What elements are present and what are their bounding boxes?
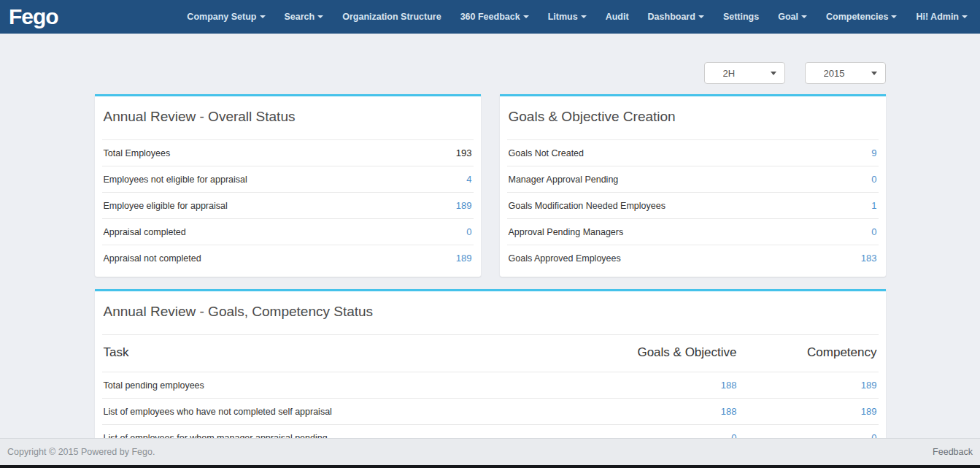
stat-row: Goals Modification Needed Employees 1	[507, 192, 879, 218]
period-select[interactable]: 2H	[704, 62, 785, 84]
chevron-down-icon	[891, 15, 897, 18]
competency-value[interactable]: 189	[737, 406, 877, 417]
table-row: Total pending employees 188 189	[102, 372, 879, 398]
nav-item-label: Competencies	[826, 12, 888, 22]
stat-label: Approval Pending Managers	[509, 227, 624, 237]
nav-item[interactable]: Organization Structure	[333, 0, 450, 34]
goals-objective-value[interactable]: 188	[591, 406, 737, 417]
feedback-link[interactable]: Feedback	[933, 447, 973, 457]
stat-value[interactable]: 0	[871, 226, 876, 237]
stat-row: Total Employees 193	[102, 139, 474, 166]
stat-row: Appraisal not completed 189	[102, 245, 474, 271]
goals-competency-card: Annual Review - Goals, Competency Status…	[95, 289, 886, 451]
stat-label: Total Employees	[104, 148, 171, 158]
stat-row: Manager Approval Pending 0	[507, 166, 879, 192]
stat-value[interactable]: 0	[466, 226, 471, 237]
goals-objective-value[interactable]: 188	[591, 380, 737, 391]
nav-item[interactable]: Dashboard	[638, 0, 714, 34]
period-select-wrap: 2H	[704, 62, 785, 84]
nav-item-label: Settings	[723, 12, 759, 22]
chevron-down-icon	[581, 15, 587, 18]
top-navbar: Fego Company Setup Search Organization S…	[0, 0, 980, 34]
nav-item-label: Dashboard	[648, 12, 695, 22]
competency-value[interactable]: 189	[737, 380, 877, 391]
column-header-goals-objective: Goals & Objective	[591, 345, 737, 360]
chevron-down-icon	[260, 15, 266, 18]
nav-item[interactable]: Goal	[768, 0, 817, 34]
overall-status-rows: Total Employees 193 Employees not eligib…	[95, 139, 481, 277]
table-row: List of employees who have not completed…	[102, 398, 879, 424]
stat-value[interactable]: 0	[871, 174, 876, 185]
nav-item[interactable]: Settings	[714, 0, 768, 34]
nav-item[interactable]: Competencies	[817, 0, 906, 34]
task-label: Total pending employees	[104, 380, 591, 391]
year-select-wrap: 2015	[805, 62, 886, 84]
stat-row: Employee eligible for appraisal 189	[102, 192, 474, 218]
stat-label: Goals Modification Needed Employees	[509, 201, 665, 211]
task-label: List of employees who have not completed…	[104, 407, 591, 417]
card-title: Annual Review - Overall Status	[95, 96, 481, 139]
stat-row: Employees not eligible for appraisal 4	[102, 166, 474, 192]
nav-menu: Company Setup Search Organization Struct…	[177, 0, 977, 34]
goals-objective-card: Goals & Objective Creation Goals Not Cre…	[500, 94, 886, 277]
stat-value[interactable]: 183	[861, 253, 877, 264]
goals-objective-rows: Goals Not Created 9 Manager Approval Pen…	[500, 139, 886, 277]
stat-label: Employees not eligible for appraisal	[104, 174, 247, 185]
stat-row: Goals Not Created 9	[507, 139, 879, 166]
chevron-down-icon	[801, 15, 807, 18]
stat-label: Goals Not Created	[509, 148, 584, 158]
stat-value[interactable]: 9	[871, 147, 876, 158]
nav-item-label: Audit	[606, 12, 629, 22]
stat-value[interactable]: 189	[456, 200, 472, 211]
copyright-text: Copyright © 2015 Powered by Fego.	[7, 447, 155, 457]
nav-item-label: Litmus	[548, 12, 578, 22]
stat-value[interactable]: 189	[456, 253, 472, 264]
nav-item[interactable]: Search	[275, 0, 333, 34]
chevron-down-icon	[317, 15, 323, 18]
nav-item-label: Hi! Admin	[916, 12, 959, 22]
screen-bottom-edge	[0, 465, 980, 468]
table-header-row: Task Goals & Objective Competency	[102, 334, 879, 372]
brand-logo[interactable]: Fego	[9, 0, 58, 34]
column-header-competency: Competency	[737, 345, 877, 360]
column-header-task: Task	[104, 345, 591, 360]
nav-item[interactable]: Hi! Admin	[906, 0, 977, 34]
nav-item[interactable]: Litmus	[539, 0, 596, 34]
stat-row: Goals Approved Employees 183	[507, 245, 879, 271]
stat-label: Appraisal completed	[104, 227, 186, 237]
nav-item-label: Organization Structure	[342, 12, 441, 22]
stat-value[interactable]: 4	[466, 174, 471, 185]
stat-value: 193	[456, 147, 472, 158]
stat-label: Manager Approval Pending	[509, 174, 619, 185]
chevron-down-icon	[523, 15, 529, 18]
overall-status-card: Annual Review - Overall Status Total Emp…	[95, 94, 481, 277]
stat-label: Goals Approved Employees	[509, 253, 621, 264]
nav-item[interactable]: Company Setup	[177, 0, 274, 34]
stat-label: Employee eligible for appraisal	[104, 201, 228, 211]
nav-item[interactable]: 360 Feedback	[451, 0, 539, 34]
nav-item-label: Goal	[778, 12, 798, 22]
stat-value[interactable]: 1	[871, 200, 876, 211]
stat-label: Appraisal not completed	[104, 253, 201, 264]
stat-row: Appraisal completed 0	[102, 218, 474, 245]
stat-row: Approval Pending Managers 0	[507, 218, 879, 245]
card-title: Goals & Objective Creation	[500, 96, 886, 139]
nav-item-label: 360 Feedback	[460, 12, 520, 22]
nav-item-label: Company Setup	[187, 12, 256, 22]
nav-item-label: Search	[285, 12, 315, 22]
card-title: Annual Review - Goals, Competency Status	[95, 291, 886, 334]
year-select[interactable]: 2015	[805, 62, 886, 84]
chevron-down-icon	[962, 15, 968, 18]
nav-item[interactable]: Audit	[596, 0, 638, 34]
footer: Copyright © 2015 Powered by Fego. Feedba…	[0, 438, 980, 465]
filters-row: 2H 2015	[95, 62, 886, 84]
chevron-down-icon	[698, 15, 704, 18]
